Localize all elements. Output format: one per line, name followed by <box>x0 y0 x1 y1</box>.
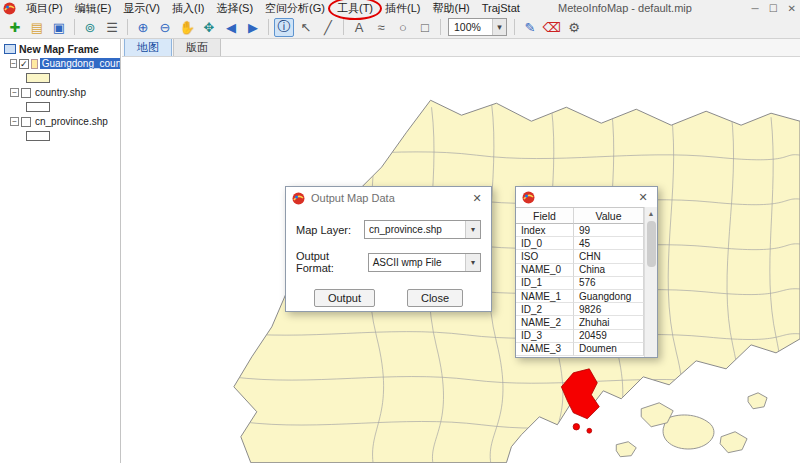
view-tabbar: 地图 版面 <box>122 39 800 57</box>
value-cell: 9826 <box>574 303 644 316</box>
value-cell: 99 <box>574 224 644 237</box>
dialog-titlebar[interactable]: ✕ <box>516 187 657 207</box>
close-button[interactable]: Close <box>407 289 463 307</box>
dialog-app-icon <box>292 192 305 205</box>
menu-tools[interactable]: 工具(T) <box>331 0 379 17</box>
layer-name-country[interactable]: country.shp <box>33 87 88 98</box>
table-row[interactable]: ISO CHN <box>516 250 644 263</box>
dialog-title: Output Map Data <box>311 192 395 204</box>
attribute-table-header: Field Value <box>516 208 644 224</box>
value-cell: Guangdong <box>574 290 644 303</box>
table-row[interactable]: ID_1 576 <box>516 277 644 290</box>
dialog-close-icon[interactable]: ✕ <box>635 191 651 204</box>
field-cell: ID_2 <box>516 303 574 316</box>
new-project-icon[interactable]: ✚ <box>5 18 25 37</box>
open-file-icon[interactable]: ▤ <box>27 18 47 37</box>
collapse-icon[interactable]: − <box>10 59 17 68</box>
menu-insert[interactable]: 插入(I) <box>166 0 210 17</box>
identify-attributes-dialog: ✕ Field Value Index 99 ID_0 45 ISO CHN N… <box>515 186 658 358</box>
map-frame-label: New Map Frame <box>19 43 99 55</box>
erase-icon[interactable]: ⌫ <box>542 18 562 37</box>
map-layer-label: Map Layer: <box>296 224 351 236</box>
toolbar: ✚ ▤ ▣ ⊚ ☰ ⊕ ⊖ ✋ ✥ ◀ ▶ ⓘ ↖ ╱ A ≈ ○ □ 100%… <box>0 16 800 39</box>
table-row[interactable]: NAME_0 China <box>516 264 644 277</box>
polygon-swatch-white <box>26 131 50 141</box>
previous-view-icon[interactable]: ◀ <box>221 18 241 37</box>
output-map-data-dialog: Output Map Data ✕ Map Layer: cn_province… <box>285 186 492 312</box>
table-row[interactable]: NAME_2 Zhuhai <box>516 316 644 329</box>
menu-plugins[interactable]: 插件(L) <box>379 0 426 17</box>
layers-icon[interactable]: ☰ <box>102 18 122 37</box>
map-frame-node[interactable]: New Map Frame <box>0 41 120 56</box>
column-header-field: Field <box>516 208 574 224</box>
field-cell: NAME_3 <box>516 343 574 356</box>
layer-node-cn-province[interactable]: − cn_province.shp <box>0 114 120 129</box>
layer-node-guangdong-county[interactable]: − ✓ Guangdong_county.shp <box>0 56 120 71</box>
zoom-out-icon[interactable]: ⊖ <box>155 18 175 37</box>
scroll-up-icon[interactable]: ▲ <box>645 207 658 219</box>
layer-name-guangdong-county[interactable]: Guangdong_county.shp <box>40 58 120 69</box>
window-title: MeteoInfoMap - default.mip <box>558 2 692 14</box>
circle-tool-icon[interactable]: ○ <box>393 18 413 37</box>
identify-icon[interactable]: ⓘ <box>274 18 294 37</box>
menu-trajstat[interactable]: TrajStat <box>476 1 526 15</box>
chevron-down-icon[interactable]: ▾ <box>465 254 480 271</box>
field-cell: Index <box>516 224 574 237</box>
table-row[interactable]: ID_3 20459 <box>516 330 644 343</box>
zoom-in-icon[interactable]: ⊕ <box>133 18 153 37</box>
measure-icon[interactable]: ╱ <box>318 18 338 37</box>
save-icon[interactable]: ▣ <box>49 18 69 37</box>
toolbar-separator <box>127 19 128 35</box>
table-row[interactable]: Index 99 <box>516 224 644 237</box>
maximize-button[interactable]: ☐ <box>769 3 778 14</box>
globe-icon[interactable]: ⊚ <box>80 18 100 37</box>
table-row[interactable]: NAME_3 Doumen <box>516 343 644 356</box>
zoom-level-combobox[interactable]: 100% ▾ <box>448 18 507 36</box>
menu-help[interactable]: 帮助(H) <box>426 0 475 17</box>
settings-icon[interactable]: ⚙ <box>564 18 584 37</box>
rectangle-tool-icon[interactable]: □ <box>415 18 435 37</box>
attribute-table-body: Field Value Index 99 ID_0 45 ISO CHN NAM… <box>516 207 657 357</box>
next-view-icon[interactable]: ▶ <box>243 18 263 37</box>
layer-checkbox-unchecked[interactable] <box>21 88 31 98</box>
value-cell: CHN <box>574 250 644 263</box>
pan-icon[interactable]: ✋ <box>177 18 197 37</box>
menu-project[interactable]: 项目(P) <box>20 0 69 17</box>
tab-layout[interactable]: 版面 <box>173 38 221 56</box>
menu-spatial-analysis[interactable]: 空间分析(G) <box>259 0 331 17</box>
dialog-close-icon[interactable]: ✕ <box>469 192 485 205</box>
text-tool-icon[interactable]: A <box>349 18 369 37</box>
map-layer-combobox[interactable]: cn_province.shp ▾ <box>364 220 481 239</box>
layer-checkbox-checked[interactable]: ✓ <box>19 59 29 69</box>
output-button[interactable]: Output <box>314 289 375 307</box>
menu-selection[interactable]: 选择(S) <box>210 0 259 17</box>
app-logo-icon <box>3 2 16 15</box>
menu-edit[interactable]: 编辑(E) <box>69 0 118 17</box>
menu-view[interactable]: 显示(V) <box>117 0 166 17</box>
full-extent-icon[interactable]: ✥ <box>199 18 219 37</box>
scrollbar-thumb[interactable] <box>647 221 656 267</box>
value-cell: Doumen <box>574 343 644 356</box>
layer-checkbox-unchecked[interactable] <box>21 117 31 127</box>
layer-node-country[interactable]: − country.shp <box>0 85 120 100</box>
select-feature-icon[interactable]: ↖ <box>296 18 316 37</box>
value-cell: 576 <box>574 277 644 290</box>
collapse-icon[interactable]: − <box>10 117 19 126</box>
output-format-combobox[interactable]: ASCII wmp File ▾ <box>368 253 481 272</box>
pencil-icon[interactable]: ✎ <box>520 18 540 37</box>
chevron-down-icon[interactable]: ▾ <box>465 221 480 238</box>
layers-panel: New Map Frame − ✓ Guangdong_county.shp −… <box>0 39 121 463</box>
chevron-down-icon[interactable]: ▾ <box>492 19 506 35</box>
collapse-icon[interactable]: − <box>10 88 19 97</box>
scrollbar[interactable]: ▲ <box>644 207 657 357</box>
table-row[interactable]: ID_0 45 <box>516 237 644 250</box>
layer-name-cn-province[interactable]: cn_province.shp <box>33 116 110 127</box>
minimize-button[interactable]: ─ <box>752 3 759 14</box>
dialog-titlebar[interactable]: Output Map Data ✕ <box>286 187 491 209</box>
tab-map[interactable]: 地图 <box>124 38 172 56</box>
close-button[interactable]: ✕ <box>788 3 796 14</box>
map-layer-row: Map Layer: cn_province.shp ▾ <box>286 220 491 239</box>
table-row[interactable]: NAME_1 Guangdong <box>516 290 644 303</box>
polyline-tool-icon[interactable]: ≈ <box>371 18 391 37</box>
table-row[interactable]: ID_2 9826 <box>516 303 644 316</box>
